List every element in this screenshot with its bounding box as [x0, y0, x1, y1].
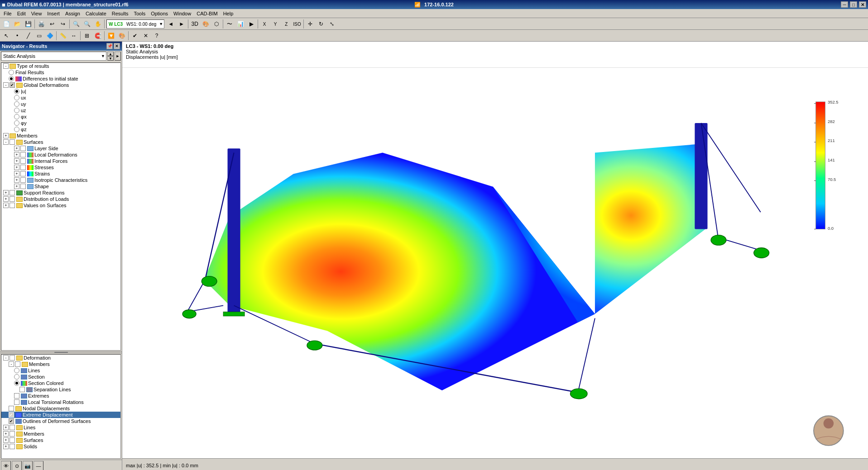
radio-uy[interactable] [14, 101, 19, 107]
navigator-header-buttons[interactable]: 📌 ✕ [106, 43, 120, 49]
radio-def-section[interactable] [14, 374, 19, 380]
tree-extreme-disp[interactable]: ✔ Extreme Displacement [1, 412, 120, 418]
nav-pin-button[interactable]: 📌 [106, 43, 113, 49]
check-lines[interactable] [10, 425, 15, 430]
expand-surfaces-node[interactable]: + [3, 437, 9, 443]
expand-values-surfaces[interactable]: + [3, 203, 9, 208]
nav-close-button[interactable]: ✕ [114, 43, 120, 49]
tree-shape[interactable]: + Shape [1, 183, 120, 190]
tb2-snap[interactable]: 🧲 [93, 31, 103, 41]
tb-render[interactable]: 🎨 [201, 19, 211, 29]
tb-results[interactable]: 📊 [235, 19, 245, 29]
tb-deformation[interactable]: 〜 [225, 19, 235, 29]
tb-isometric[interactable]: ISO [292, 19, 302, 29]
radio-def-lines[interactable] [14, 368, 19, 373]
radio-final-results[interactable] [9, 70, 14, 75]
tree-final-results[interactable]: Final Results [1, 69, 120, 76]
lc-dropdown-container[interactable]: W LC3 WS1: 0.00 deg ▼ [106, 19, 164, 28]
lc-dropdown-arrow[interactable]: ▼ [158, 22, 164, 26]
radio-ux[interactable] [14, 95, 19, 100]
check-support[interactable] [10, 190, 15, 195]
tb-open[interactable]: 📂 [12, 19, 22, 29]
expand-lines[interactable]: + [3, 425, 9, 430]
tree-strains[interactable]: + Strains [1, 171, 120, 177]
tb-pan[interactable]: ✋ [93, 19, 103, 29]
nav-arrow-down[interactable]: ▼ [107, 56, 114, 61]
menu-tools[interactable]: Tools [131, 10, 148, 17]
check-surfaces[interactable] [10, 139, 15, 145]
expand-local-def[interactable]: + [14, 152, 19, 157]
check-internal-forces[interactable] [20, 158, 26, 164]
menu-help[interactable]: Help [221, 10, 236, 17]
tb2-dimension[interactable]: ↔ [69, 31, 79, 41]
expand-strains[interactable]: + [14, 171, 19, 176]
tb-z-axis[interactable]: Z [281, 19, 291, 29]
tree-def-section[interactable]: Section [1, 374, 120, 380]
tb-print[interactable]: 🖨️ [36, 19, 46, 29]
tree-local-def[interactable]: + Local Deformations [1, 152, 120, 158]
title-bar-controls[interactable]: ─ □ ✕ [841, 1, 866, 8]
restore-button[interactable]: □ [850, 1, 857, 8]
nav-btn-target[interactable]: ⊙ [12, 461, 22, 470]
tb2-cross[interactable]: ✕ [141, 31, 151, 41]
tree-layer-side[interactable]: + Layer Side [1, 145, 120, 152]
check-local-def[interactable] [20, 152, 26, 157]
tb-x-axis[interactable]: X [259, 19, 269, 29]
tb-zoom-in[interactable]: 🔍 [71, 19, 81, 29]
viewport[interactable]: LC3 - WS1: 0.00 deg Static Analysis Disp… [122, 42, 868, 470]
tree-members[interactable]: + Members [1, 133, 120, 139]
check-extreme-disp[interactable]: ✔ [9, 412, 14, 418]
tb2-color[interactable]: 🎨 [117, 31, 127, 41]
expand-layer-side[interactable]: + [14, 146, 19, 151]
menu-cad-bim[interactable]: CAD-BIM [194, 10, 220, 17]
tb-animate[interactable]: ▶ [246, 19, 256, 29]
radio-section-colored[interactable] [14, 380, 19, 386]
tree-outlines-deformed[interactable]: ✔ Outlines of Deformed Surfaces [1, 418, 120, 424]
nav-btn-eye[interactable]: 👁 [1, 461, 11, 470]
check-members-node[interactable] [10, 431, 15, 437]
tree-uz[interactable]: uz [1, 107, 120, 114]
nav-nav-arrows[interactable]: ▲ ▼ [107, 52, 114, 61]
expand-stresses[interactable]: + [14, 165, 19, 170]
tb2-surface[interactable]: ▭ [34, 31, 44, 41]
expand-support[interactable]: + [3, 190, 9, 195]
tb2-help[interactable]: ? [152, 31, 162, 41]
nav-arrow-right[interactable]: ► [115, 52, 121, 61]
tree-distribution-loads[interactable]: + Distribution of Loads [1, 196, 120, 202]
check-values-surfaces[interactable] [10, 203, 15, 208]
tb-next-lc[interactable]: ► [177, 19, 187, 29]
tree-members-node[interactable]: + Members [1, 431, 120, 437]
expand-def-members[interactable]: - [9, 361, 14, 367]
nav-tree-scroll-upper[interactable]: - Type of results Final Results Differen… [1, 62, 121, 351]
menu-view[interactable]: View [29, 10, 45, 17]
tb2-line[interactable]: ╱ [23, 31, 33, 41]
tree-section-colored[interactable]: Section Colored [1, 380, 120, 386]
tb2-grid[interactable]: ⊞ [82, 31, 92, 41]
expand-global-def[interactable]: - [3, 82, 9, 88]
check-nodal-disp[interactable] [9, 406, 14, 411]
radio-phi-y[interactable] [14, 120, 19, 126]
check-outlines[interactable]: ✔ [9, 418, 14, 424]
check-deformation[interactable] [10, 355, 15, 361]
radio-phi-x[interactable] [14, 114, 19, 119]
tree-support-reactions[interactable]: + Support Reactions [1, 190, 120, 196]
tb2-check[interactable]: ✔ [130, 31, 140, 41]
check-stresses[interactable] [20, 165, 26, 170]
close-button[interactable]: ✕ [859, 1, 866, 8]
check-extremes[interactable] [14, 393, 19, 399]
tree-abs-u[interactable]: |u| [1, 88, 120, 95]
tree-internal-forces[interactable]: + Internal Forces [1, 158, 120, 164]
expand-type-results[interactable]: - [3, 63, 9, 69]
check-sep-lines[interactable] [19, 387, 25, 392]
radio-differences[interactable] [9, 76, 14, 81]
menu-assign[interactable]: Assign [62, 10, 83, 17]
tree-phi-z[interactable]: φz [1, 126, 120, 133]
nav-btn-camera[interactable]: 📷 [23, 461, 33, 470]
menu-edit[interactable]: Edit [14, 10, 29, 17]
expand-dist-loads[interactable]: + [3, 196, 9, 202]
nav-selector-box[interactable]: Static Analysis ▼ [1, 52, 106, 61]
tree-deformation[interactable]: - Deformation [1, 355, 120, 361]
check-surfaces-node[interactable] [10, 437, 15, 443]
nav-btn-dash[interactable]: — [34, 461, 43, 470]
tb-prev-lc[interactable]: ◄ [166, 19, 176, 29]
